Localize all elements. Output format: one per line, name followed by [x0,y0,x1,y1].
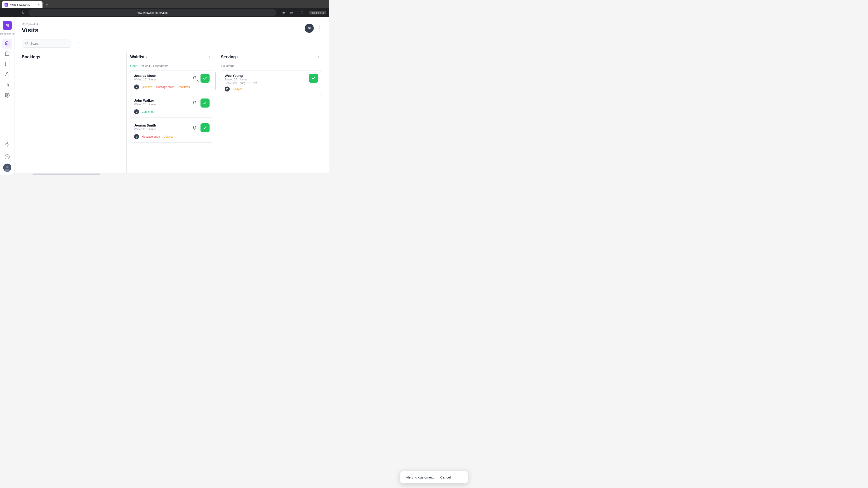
serving-customer-count: 1 customer [221,63,322,70]
sidebar-item-help[interactable]: ? [2,152,12,162]
serving-title: Serving [221,55,236,59]
search-bar [14,37,329,52]
serving-column-header: Serving › + [221,52,322,63]
jemina-wait: Waited 26 minutes [134,128,156,131]
sidebar-item-settings[interactable] [2,91,12,101]
jessica-card-actions: ↖ [191,74,210,83]
page-title: Visits [22,27,38,34]
waitlist-add-button[interactable]: + [206,53,213,61]
waitlist-status: Open · 1m wait · 4 customers [130,63,213,70]
waitlist-column: Waitlist › + Open · 1m wait · 4 customer… [127,52,217,173]
jemina-avatar: M [134,134,139,139]
wee-young-footer: M Delayed [225,87,318,92]
org-name: Moodjoy7434 [22,23,38,26]
john-card-info: John Walker Waited 28 minutes [134,98,156,106]
serving-title-wrap[interactable]: Serving › [221,55,238,59]
sidebar: M Moodjoy7434 [0,17,14,175]
address-input[interactable] [29,9,276,16]
split-view-button[interactable]: □ [299,9,305,16]
users-icon [5,72,10,78]
bookings-title: Bookings [22,55,40,59]
jemina-card-actions [191,123,210,132]
john-check-button[interactable] [200,98,210,107]
john-walker-card: John Walker Waited 28 minutes [130,95,213,118]
waitlist-open-badge: Open [130,64,137,68]
app-wrapper: M Moodjoy7434 [0,17,329,175]
jessica-check-button[interactable] [200,74,210,83]
lightning-icon [5,142,10,148]
wee-young-name: Wee Young [225,74,257,77]
svg-line-14 [27,44,28,44]
wee-young-card: Wee Young Served 25 minutes Serve time T… [221,70,322,95]
sidebar-item-users[interactable] [2,70,12,80]
chart-icon [5,82,10,88]
header-more-button[interactable]: ⋮ [316,25,322,31]
john-bell-button[interactable] [191,99,199,107]
header-left: Moodjoy7434 Visits [22,23,38,34]
bookmark-button[interactable]: ★ [281,9,287,16]
sidebar-item-analytics[interactable] [2,80,12,90]
jessica-bell-wrap: ↖ [191,74,199,82]
back-button[interactable]: ← [3,9,9,16]
john-card-top: John Walker Waited 28 minutes [134,98,210,107]
wee-young-check-button[interactable] [309,74,318,83]
john-confirm-badge: Confirmed [141,110,155,113]
refresh-button[interactable]: ↻ [20,9,26,16]
svg-point-11 [6,166,8,168]
horizontal-scrollbar[interactable] [14,173,329,175]
calendar-icon [5,51,10,57]
wee-young-served-time: Served 25 minutes [225,78,257,81]
tab-title: Visits | Waitwhile [10,3,30,6]
john-wait: Waited 28 minutes [134,103,156,106]
main-content: Moodjoy7434 Visits M ⋮ [14,17,329,175]
serving-add-button[interactable]: + [315,53,322,61]
header-right: M ⋮ [305,24,322,33]
john-card-actions [191,98,210,107]
help-icon: ? [5,154,10,159]
sidebar-item-home[interactable] [2,39,12,48]
waitlist-title-wrap[interactable]: Waitlist › [130,55,147,59]
search-input[interactable] [30,42,66,45]
sidebar-nav [2,39,12,139]
tab-close-button[interactable]: × [38,3,40,6]
jemina-card-footer: M Message failed Delayed [134,134,210,139]
jemina-smith-card: Jemina Smith Waited 26 minutes [130,120,213,142]
tab-favicon: M [4,3,8,6]
incognito-badge[interactable]: Incognito (2) [309,11,327,14]
active-tab[interactable]: M Visits | Waitwhile × [2,1,42,8]
jemina-name: Jemina Smith [134,123,156,127]
forward-button[interactable]: → [11,9,18,16]
bookings-add-button[interactable]: + [116,53,123,61]
jessica-card-info: Jessica Moon Waited 26 minutes [134,74,156,81]
svg-point-13 [26,42,28,44]
chat-icon [5,61,10,68]
waitlist-scrollbar[interactable] [215,70,217,168]
bookings-column: Bookings › + [18,52,126,173]
sidebar-logo[interactable]: M [3,21,12,30]
extensions-button[interactable]: ▭ [289,9,295,16]
jessica-avatar: M [134,85,139,90]
jemina-bell-button[interactable] [191,124,199,132]
jessica-bell-button[interactable] [191,74,199,82]
columns-area: Bookings › + Waitlist › + Open [14,52,329,173]
bookings-chevron-icon: › [41,55,43,59]
bookings-title-wrap[interactable]: Bookings › [22,55,43,59]
jemina-message-status: Message failed [141,135,161,138]
header-avatar[interactable]: M [305,24,314,33]
jemina-card-info: Jemina Smith Waited 26 minutes [134,123,156,131]
sidebar-item-calendar[interactable] [2,49,12,59]
page-header: Moodjoy7434 Visits M ⋮ [14,17,329,37]
scroll-thumb[interactable] [33,173,100,175]
jemina-check-button[interactable] [200,123,210,132]
filter-button[interactable] [74,39,82,48]
waitlist-scroll[interactable]: Jessica Moon Waited 26 minutes [130,70,213,173]
user-avatar[interactable] [3,164,11,172]
sidebar-item-chat[interactable] [2,59,12,69]
sidebar-item-lightning[interactable] [2,140,12,150]
waitlist-chevron-icon: › [146,55,147,59]
wee-young-status: Delayed [231,88,243,91]
new-tab-button[interactable]: + [43,1,50,8]
waitlist-column-header: Waitlist › + [130,52,213,63]
address-bar: ← → ↻ ★ ▭ □ Incognito (2) [0,8,329,17]
home-icon [5,41,10,47]
